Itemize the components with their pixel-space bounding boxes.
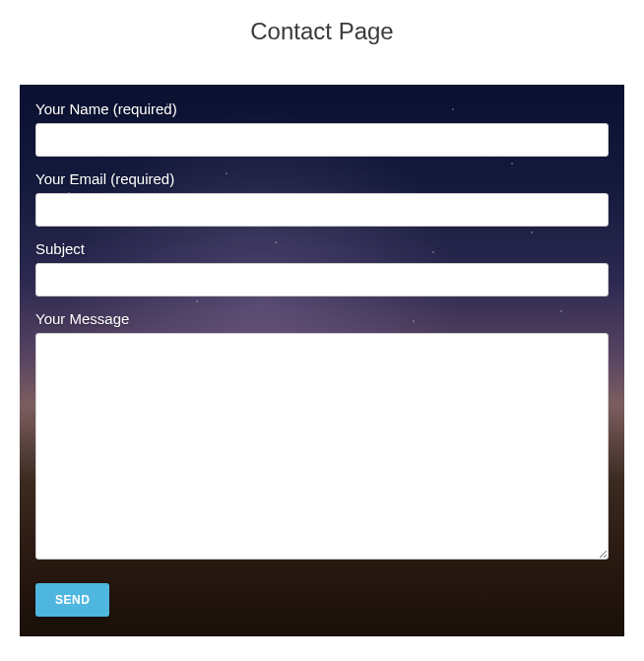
- subject-field-group: Subject: [35, 240, 609, 297]
- message-label: Your Message: [35, 310, 609, 327]
- email-input[interactable]: [35, 193, 609, 227]
- message-field-group: Your Message: [35, 310, 609, 563]
- email-field-group: Your Email (required): [35, 170, 609, 227]
- message-textarea[interactable]: [35, 333, 609, 560]
- page-title: Contact Page: [0, 18, 644, 45]
- subject-input[interactable]: [35, 263, 609, 297]
- send-button[interactable]: SEND: [35, 583, 109, 617]
- subject-label: Subject: [35, 240, 609, 257]
- email-label: Your Email (required): [35, 170, 609, 187]
- name-label: Your Name (required): [35, 100, 609, 117]
- name-field-group: Your Name (required): [35, 100, 609, 157]
- name-input[interactable]: [35, 123, 609, 157]
- contact-form-panel: Your Name (required) Your Email (require…: [20, 85, 624, 636]
